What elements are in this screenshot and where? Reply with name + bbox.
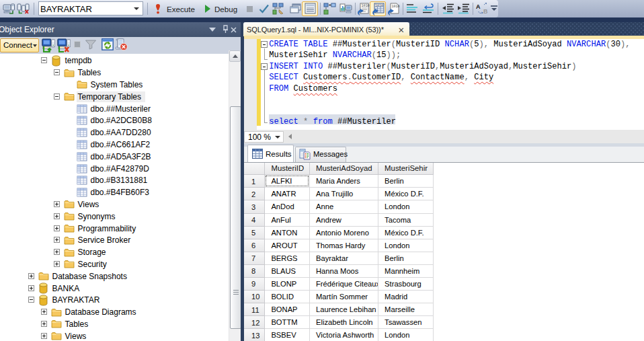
svg-text:B: B [483, 8, 488, 15]
svg-text:1010: 1010 [392, 4, 400, 8]
svg-text:A: A [476, 3, 481, 10]
svg-text:1010: 1010 [362, 3, 370, 7]
